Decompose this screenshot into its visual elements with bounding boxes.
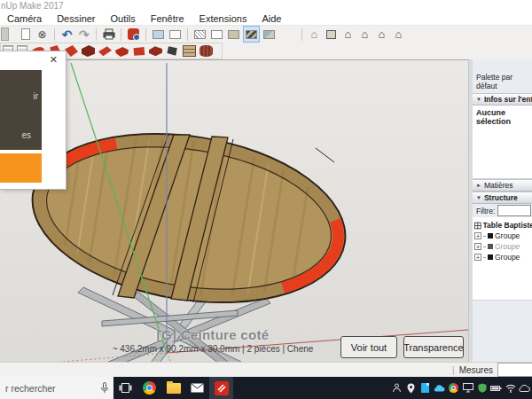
group-icon bbox=[488, 254, 493, 260]
structure-tree: Table Baptiste C + Groupe + Groupe + Gro… bbox=[473, 217, 532, 301]
active-part-label: [G] Ceinture coté bbox=[106, 327, 319, 342]
battery-icon[interactable] bbox=[490, 377, 502, 399]
printer-glyph bbox=[103, 28, 115, 40]
style-textured-icon[interactable] bbox=[243, 26, 260, 43]
menu-camera[interactable]: Caméra bbox=[7, 13, 42, 24]
document-icon[interactable] bbox=[419, 377, 431, 399]
menu-tools[interactable]: Outils bbox=[111, 13, 136, 24]
status-separator: | bbox=[452, 365, 455, 375]
red-step-tool-icon[interactable] bbox=[149, 45, 162, 57]
barrel-tool-icon[interactable] bbox=[200, 45, 213, 57]
chevron-down-icon: ▼ bbox=[476, 97, 481, 102]
tree-root-label: Table Baptiste C bbox=[483, 221, 532, 230]
window-title: nUp Make 2017 bbox=[0, 0, 532, 12]
style-hiddenline-icon[interactable] bbox=[209, 27, 224, 42]
close-icon[interactable]: ✕ bbox=[50, 55, 58, 65]
cloud-blue-icon[interactable] bbox=[434, 377, 445, 399]
view-right-icon[interactable]: ⌂ bbox=[357, 27, 372, 42]
view-front-icon[interactable]: ⌂ bbox=[340, 27, 356, 42]
model-info-icon[interactable] bbox=[126, 27, 141, 42]
toolbar-standard: ⊗ ↶ ↷ ⌂ ⌂ ⌂ ⌂ ⌂ bbox=[0, 26, 532, 43]
red-cube-tool-icon[interactable] bbox=[82, 45, 95, 57]
tree-root-row[interactable]: Table Baptiste C bbox=[474, 220, 532, 231]
tree-group-row[interactable]: + Groupe bbox=[474, 231, 532, 241]
view-back-icon[interactable]: ⌂ bbox=[374, 27, 389, 42]
menu-draw[interactable]: Dessiner bbox=[57, 13, 95, 24]
sketchup-window: nUp Make 2017 Caméra Dessiner Outils Fen… bbox=[0, 0, 532, 399]
filter-input[interactable] bbox=[497, 205, 531, 216]
people-icon[interactable] bbox=[391, 377, 403, 399]
tree-connector bbox=[483, 236, 486, 237]
redo-icon[interactable]: ↷ bbox=[76, 27, 91, 42]
style-shaded-icon[interactable] bbox=[226, 27, 241, 42]
undo-icon[interactable]: ↶ bbox=[59, 27, 74, 42]
dialog-accent-button[interactable] bbox=[0, 153, 42, 183]
copy-icon[interactable] bbox=[1, 27, 16, 42]
style-monochrome-icon[interactable] bbox=[262, 27, 277, 42]
part-dimensions-label: ~ 436,2mm x 90,2mm x 30,0mm | 2 pièces |… bbox=[80, 344, 346, 354]
task-view-icon[interactable] bbox=[113, 377, 137, 399]
style-xray-icon[interactable] bbox=[151, 27, 166, 42]
tree-group-row[interactable]: + Groupe bbox=[474, 241, 532, 252]
red-tipped-cone-tool-icon[interactable] bbox=[65, 45, 78, 57]
model-icon bbox=[474, 222, 481, 230]
red-block-tool-icon[interactable] bbox=[132, 45, 145, 57]
microphone-icon[interactable] bbox=[101, 382, 108, 394]
taskbar-apps bbox=[113, 377, 233, 399]
menu-help[interactable]: Aide bbox=[262, 13, 281, 24]
defender-icon[interactable] bbox=[476, 377, 488, 399]
tree-group-label: Groupe bbox=[495, 231, 520, 240]
expand-icon[interactable]: + bbox=[474, 254, 481, 261]
search-text: r rechercher bbox=[5, 383, 56, 394]
erase-icon[interactable]: ⊗ bbox=[35, 27, 50, 42]
sketchup-icon[interactable] bbox=[209, 377, 233, 399]
cloud-icon[interactable] bbox=[519, 377, 530, 399]
entity-info-panel: Aucune sélection bbox=[473, 106, 532, 179]
paste-icon[interactable] bbox=[18, 27, 33, 42]
materials-header[interactable]: ► Matières bbox=[473, 179, 532, 192]
sketchup-glyph bbox=[215, 381, 229, 395]
toolbar-separator bbox=[96, 28, 97, 41]
wifi-icon[interactable] bbox=[505, 377, 516, 399]
style-backedges-icon[interactable] bbox=[168, 27, 183, 42]
red-slab-tool-icon[interactable] bbox=[115, 45, 129, 57]
folder-glyph bbox=[167, 383, 181, 394]
default-tray: Palette par défaut ▼ Infos sur l'entité … bbox=[473, 59, 532, 362]
menu-window[interactable]: Fenêtre bbox=[151, 13, 184, 24]
model-viewport[interactable]: [G] Ceinture coté ~ 436,2mm x 90,2mm x 3… bbox=[0, 59, 468, 362]
taskbar-search[interactable]: r rechercher bbox=[0, 377, 113, 399]
task-view-glyph bbox=[119, 382, 132, 394]
file-explorer-icon[interactable] bbox=[161, 377, 185, 399]
cabinet-tool-icon[interactable] bbox=[183, 45, 196, 57]
menu-extensions[interactable]: Extensions bbox=[200, 13, 247, 24]
chevron-right-icon: ► bbox=[476, 183, 481, 188]
expand-icon[interactable]: + bbox=[474, 232, 481, 239]
dialog-text-fragment: es bbox=[21, 130, 31, 140]
dialog-text-fragment: ir bbox=[33, 91, 38, 101]
transparency-button[interactable]: Transparence bbox=[403, 336, 464, 358]
tree-group-row[interactable]: + Groupe bbox=[474, 252, 532, 262]
show-all-button[interactable]: Voir tout bbox=[340, 336, 397, 358]
entity-info-header[interactable]: ▼ Infos sur l'entité bbox=[473, 93, 532, 106]
chrome-glyph bbox=[449, 383, 458, 393]
chrome-small-icon[interactable] bbox=[448, 377, 459, 399]
tree-group-label: Groupe bbox=[495, 242, 520, 251]
filter-label: Filtre: bbox=[476, 207, 495, 215]
mail-icon[interactable] bbox=[185, 377, 209, 399]
toolbar-separator bbox=[121, 28, 121, 41]
structure-header[interactable]: ▼ Structure bbox=[473, 192, 532, 204]
location-icon[interactable] bbox=[405, 377, 417, 399]
print-icon[interactable] bbox=[101, 27, 116, 42]
view-iso-icon[interactable]: ⌂ bbox=[307, 27, 322, 42]
red-wedge-tool-icon[interactable] bbox=[98, 45, 112, 57]
chrome-icon[interactable] bbox=[137, 377, 161, 399]
tree-connector bbox=[483, 246, 486, 247]
style-wireframe-icon[interactable] bbox=[192, 27, 207, 42]
display-icon[interactable] bbox=[462, 377, 473, 399]
measurements-input[interactable] bbox=[497, 363, 532, 377]
expand-icon[interactable]: + bbox=[474, 243, 481, 250]
envelope-glyph bbox=[191, 383, 204, 393]
view-top-icon[interactable] bbox=[324, 27, 339, 42]
view-left-icon[interactable]: ⌂ bbox=[391, 27, 406, 42]
red-prism-tool-icon[interactable] bbox=[166, 45, 179, 57]
